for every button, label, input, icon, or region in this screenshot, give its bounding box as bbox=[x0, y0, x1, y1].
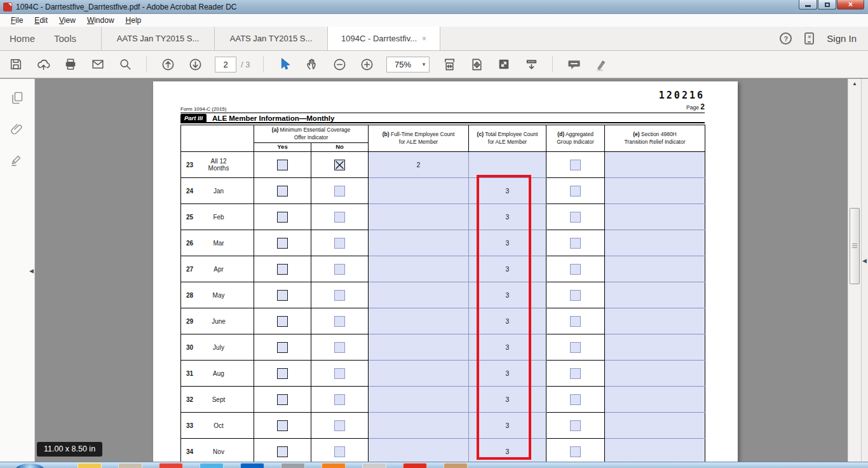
fulltime-count-field[interactable] bbox=[369, 282, 469, 308]
total-count-field[interactable]: 3 bbox=[469, 178, 546, 204]
total-count-field[interactable]: 3 bbox=[469, 387, 546, 413]
scrolling-mode-button[interactable] bbox=[524, 57, 539, 72]
collapse-left-pane-icon[interactable]: ◀ bbox=[29, 268, 34, 274]
signature-icon[interactable] bbox=[10, 153, 25, 170]
scroll-up-icon[interactable]: ▲ bbox=[848, 81, 861, 86]
hand-tool-icon[interactable] bbox=[304, 57, 320, 72]
menu-help[interactable]: Help bbox=[120, 15, 147, 26]
transition-relief-field[interactable] bbox=[605, 361, 705, 387]
aggregated-group-checkbox[interactable] bbox=[570, 212, 581, 223]
transition-relief-field[interactable] bbox=[605, 334, 705, 361]
transition-relief-field[interactable] bbox=[605, 308, 705, 334]
no-checkbox[interactable] bbox=[334, 290, 345, 301]
no-checkbox[interactable] bbox=[334, 342, 345, 353]
document-tab[interactable]: AATS Jan TY2015 S... bbox=[214, 27, 327, 50]
document-tab[interactable]: 1094C - Darrtestfiv...× bbox=[327, 27, 440, 50]
taskbar-app-icon[interactable] bbox=[322, 463, 346, 468]
yes-checkbox[interactable] bbox=[277, 316, 288, 327]
taskbar-app-icon[interactable] bbox=[362, 463, 386, 468]
document-tab[interactable]: AATS Jan TY2015 S... bbox=[101, 27, 214, 50]
total-count-field[interactable] bbox=[469, 152, 546, 178]
no-checkbox[interactable] bbox=[334, 212, 345, 223]
next-page-button[interactable] bbox=[187, 57, 203, 72]
yes-checkbox[interactable] bbox=[277, 342, 288, 353]
help-icon[interactable]: ? bbox=[780, 32, 792, 45]
no-checkbox[interactable] bbox=[334, 368, 345, 379]
share-upload-icon[interactable] bbox=[36, 57, 51, 72]
transition-relief-field[interactable] bbox=[605, 152, 705, 178]
zoom-in-button[interactable] bbox=[359, 57, 374, 72]
no-checkbox[interactable] bbox=[334, 160, 345, 170]
highlighter-icon[interactable] bbox=[593, 57, 609, 72]
windows-taskbar[interactable] bbox=[0, 462, 868, 468]
vertical-scrollbar[interactable]: ▲ bbox=[848, 79, 861, 462]
total-count-field[interactable]: 3 bbox=[469, 361, 546, 387]
fulltime-count-field[interactable] bbox=[369, 387, 469, 413]
fulltime-count-field[interactable] bbox=[369, 178, 469, 204]
aggregated-group-checkbox[interactable] bbox=[570, 186, 581, 196]
total-count-field[interactable]: 3 bbox=[469, 308, 546, 334]
mobile-device-icon[interactable]: × bbox=[804, 32, 814, 45]
total-count-field[interactable]: 3 bbox=[469, 334, 546, 361]
fulltime-count-field[interactable] bbox=[369, 230, 469, 256]
zoom-out-button[interactable] bbox=[332, 57, 347, 72]
no-checkbox[interactable] bbox=[334, 420, 345, 431]
taskbar-app-icon[interactable] bbox=[118, 463, 142, 468]
taskbar-app-icon[interactable] bbox=[281, 463, 305, 468]
yes-checkbox[interactable] bbox=[277, 212, 288, 223]
yes-checkbox[interactable] bbox=[277, 186, 288, 196]
transition-relief-field[interactable] bbox=[605, 282, 705, 308]
taskbar-app-icon[interactable] bbox=[78, 463, 102, 468]
transition-relief-field[interactable] bbox=[605, 387, 705, 413]
transition-relief-field[interactable] bbox=[605, 204, 705, 230]
fulltime-count-field[interactable]: 2 bbox=[369, 152, 469, 178]
aggregated-group-checkbox[interactable] bbox=[570, 342, 581, 353]
fulltime-count-field[interactable] bbox=[369, 256, 469, 282]
scrollbar-thumb[interactable] bbox=[850, 208, 860, 284]
taskbar-app-icon[interactable] bbox=[240, 463, 264, 468]
aggregated-group-checkbox[interactable] bbox=[570, 394, 581, 405]
aggregated-group-checkbox[interactable] bbox=[570, 446, 581, 457]
close-button[interactable]: × bbox=[837, 0, 864, 10]
yes-checkbox[interactable] bbox=[277, 394, 288, 405]
menu-window[interactable]: Window bbox=[81, 15, 120, 26]
print-button[interactable] bbox=[63, 57, 78, 72]
no-checkbox[interactable] bbox=[334, 186, 345, 196]
fit-page-button[interactable] bbox=[469, 57, 484, 72]
minimize-button[interactable] bbox=[799, 0, 817, 10]
aggregated-group-checkbox[interactable] bbox=[570, 264, 581, 275]
page-thumbnails-icon[interactable] bbox=[10, 90, 25, 108]
comment-icon[interactable] bbox=[566, 57, 581, 72]
no-checkbox[interactable] bbox=[334, 316, 345, 327]
aggregated-group-checkbox[interactable] bbox=[570, 290, 581, 301]
taskbar-app-icon[interactable] bbox=[159, 463, 183, 468]
total-count-field[interactable]: 3 bbox=[469, 413, 546, 439]
no-checkbox[interactable] bbox=[334, 446, 345, 457]
transition-relief-field[interactable] bbox=[605, 256, 705, 282]
no-checkbox[interactable] bbox=[334, 238, 345, 249]
yes-checkbox[interactable] bbox=[277, 264, 288, 275]
save-button[interactable] bbox=[8, 57, 24, 72]
aggregated-group-checkbox[interactable] bbox=[570, 316, 581, 327]
menu-file[interactable]: File bbox=[5, 15, 29, 26]
aggregated-group-checkbox[interactable] bbox=[570, 238, 581, 249]
yes-checkbox[interactable] bbox=[277, 446, 288, 457]
sign-in-button[interactable]: Sign In bbox=[827, 33, 857, 44]
fulltime-count-field[interactable] bbox=[369, 308, 469, 334]
fulltime-count-field[interactable] bbox=[369, 334, 469, 361]
transition-relief-field[interactable] bbox=[605, 230, 705, 256]
previous-page-button[interactable] bbox=[160, 57, 175, 72]
total-count-field[interactable]: 3 bbox=[469, 256, 546, 282]
collapse-right-pane-icon[interactable]: ◀ bbox=[862, 258, 867, 264]
fulltime-count-field[interactable] bbox=[369, 439, 469, 462]
menu-view[interactable]: View bbox=[53, 15, 81, 26]
page-number-input[interactable] bbox=[215, 57, 236, 72]
total-count-field[interactable]: 3 bbox=[469, 230, 546, 256]
tab-tools[interactable]: Tools bbox=[44, 33, 86, 44]
fulltime-count-field[interactable] bbox=[369, 413, 469, 439]
start-button[interactable] bbox=[15, 464, 44, 468]
transition-relief-field[interactable] bbox=[605, 413, 705, 439]
document-canvas[interactable]: 120216 Page 2 Form 1094-C (2015) Part II… bbox=[35, 79, 848, 462]
attachments-icon[interactable] bbox=[10, 121, 25, 139]
search-icon[interactable] bbox=[118, 57, 133, 72]
